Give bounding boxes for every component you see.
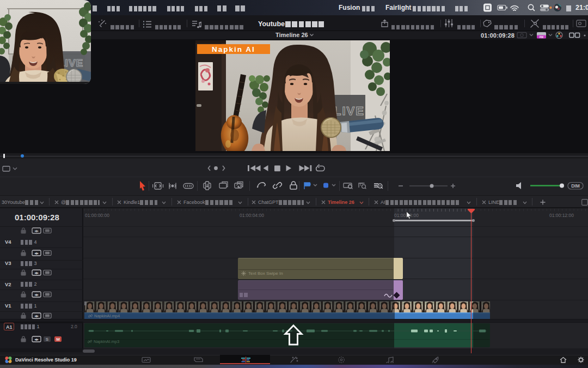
svg-text:Napkin AI: Napkin AI bbox=[212, 45, 255, 53]
svg-text:◂▸: ◂▸ bbox=[34, 228, 39, 233]
svg-text:◂▸: ◂▸ bbox=[34, 251, 39, 256]
svg-text:S: S bbox=[46, 337, 49, 342]
svg-text:M: M bbox=[56, 337, 60, 342]
svg-text:◂▸: ◂▸ bbox=[34, 313, 39, 318]
svg-text:◂▸: ◂▸ bbox=[34, 270, 39, 275]
svg-text:◂▸: ◂▸ bbox=[34, 292, 39, 297]
svg-text:FIX: FIX bbox=[540, 36, 544, 39]
svg-text:DIM: DIM bbox=[571, 183, 580, 189]
svg-text:◂▸: ◂▸ bbox=[34, 337, 39, 342]
